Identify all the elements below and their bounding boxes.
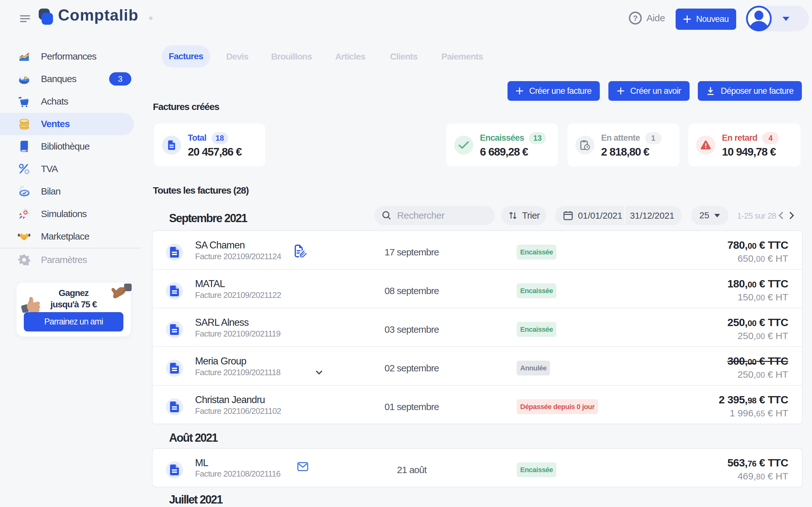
svg-text:?: ?: [633, 14, 638, 22]
